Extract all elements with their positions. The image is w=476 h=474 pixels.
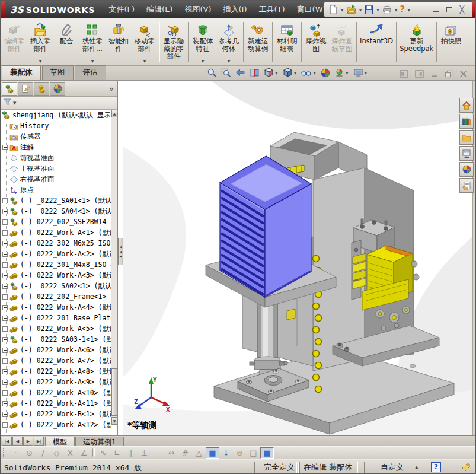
tree-item[interactable]: (-) 0222_302_M6x25_ISO [1,238,111,249]
tab-nav-icon[interactable]: ◀ [12,437,23,446]
tree-item[interactable]: 前视基准面 [1,152,111,163]
dropdown-icon[interactable]: ▼ [294,71,297,75]
tab-displaymanager[interactable] [50,82,65,96]
help-status-icon[interactable]: ? [431,462,441,472]
tree-item[interactable]: (-) 0222_002_SSE2BW14-3 [1,217,111,227]
tree-item[interactable]: (-) 0222_Work-A<10> (默 [1,387,111,398]
exploded-view-button[interactable]: 爆炸视 图 [303,20,329,64]
expand-toggle-icon[interactable] [2,145,8,150]
bill-of-materials-button[interactable]: 材料明 细表 [274,20,300,64]
sketch-tool-icon[interactable]: ⊥ [138,447,151,459]
sketch-tool-icon[interactable]: ↓ [219,447,233,459]
tree-item[interactable]: (-) 0222_Work-A<7> (默认 [1,355,111,366]
update-speedpak-button[interactable]: 更新 Speedpak [398,20,435,64]
sketch-tool-icon[interactable]: ◇ [50,447,63,459]
expand-toggle-icon[interactable] [2,422,8,428]
expand-toggle-icon[interactable] [2,294,8,300]
dropdown-icon[interactable]: ▼ [91,58,94,63]
sketch-tool-icon[interactable]: # [178,447,192,459]
expand-toggle-icon[interactable] [2,412,8,417]
design-library-icon[interactable] [459,114,474,129]
home-icon[interactable] [459,98,474,113]
take-snapshot-button[interactable]: 拍快照 [438,20,464,64]
tree-item[interactable]: 上视基准面 [1,163,111,174]
3d-model-canvas[interactable] [123,81,474,435]
sketch-tool-icon[interactable]: ∥ [124,447,138,459]
instant3d-button[interactable]: Instant3D [358,20,395,64]
tree-item[interactable]: (-) 0222_Work-A<8> (默认 [1,366,111,377]
custom-toolbar-label[interactable]: 自定义 [376,462,408,473]
expand-toggle-icon[interactable] [2,273,8,278]
tab-configurationmanager[interactable] [34,82,49,96]
scrollbar-thumb[interactable] [111,368,117,416]
sketch-tool-icon[interactable]: ∟ [110,447,124,459]
tag-icon[interactable] [461,463,471,474]
sketch-tool-icon[interactable]: ∠ [77,447,91,459]
tree-root[interactable]: shengjiang (默认<默认_显示 [1,110,111,120]
sketch-tool-icon[interactable] [92,448,95,457]
menu-item[interactable]: 视图(V) [179,2,216,17]
restore-doc-icon[interactable] [445,69,453,80]
edit-component-button[interactable]: 编辑零 部件 [1,20,27,64]
dropdown-icon[interactable]: ▼ [228,58,231,63]
tree-item[interactable]: (-) 0222_201_Base_Plate [1,313,111,323]
tab-nav-icon[interactable]: |◀ [2,437,12,446]
save-dropdown-icon[interactable]: ▼ [376,8,379,12]
tree-item[interactable]: (-) _0222_SA04<1> (默认 [1,206,111,217]
filter-icon[interactable] [3,97,12,109]
tree-item[interactable]: 原点 [1,184,111,195]
help-button[interactable]: ? [400,4,405,15]
view-settings-icon[interactable]: ▼ [353,68,368,78]
tree-item[interactable]: 注解 [1,142,111,152]
tree-item[interactable]: (-) 0222_Work-A<5> (默认 [1,323,111,334]
close-icon[interactable]: ╳ [460,7,464,12]
tab-featuremanager-design-tree[interactable] [2,82,17,96]
sketch-tool-icon[interactable]: ■ [206,447,219,459]
expand-toggle-icon[interactable] [2,209,8,214]
expand-toggle-icon[interactable] [2,358,8,364]
sketch-tool-icon[interactable]: ┄ [151,447,165,459]
display-style-icon[interactable]: ▼ [283,68,298,78]
tree-item[interactable]: (-) 0222_Work-A<9> (默认 [1,377,111,387]
tree-item[interactable]: (-) 0222_Work-B<1> (默认 [1,409,111,419]
expand-toggle-icon[interactable] [2,401,8,406]
tree-item[interactable]: 右视基准面 [1,174,111,184]
new-motion-study-button[interactable]: 新建运 动算例 [245,20,271,64]
tree-item[interactable]: (-) 0222_202_Frame<1> ( [1,291,111,302]
zoom-to-area-icon[interactable] [221,68,231,78]
dropdown-icon[interactable]: ▼ [202,58,205,63]
ribbon-tab[interactable]: 评估 [75,65,106,80]
menu-item[interactable]: 文件(F) [103,2,140,17]
expand-toggle-icon[interactable] [2,305,8,310]
save-button[interactable] [364,5,374,15]
tree-item[interactable]: (-) _0222_SA02<1> (默认 [1,281,111,291]
sketch-tool-icon[interactable]: X [63,447,77,459]
expand-toggle-icon[interactable] [2,380,8,385]
previous-view-icon[interactable] [235,68,245,78]
print-button[interactable] [382,5,392,15]
tree-scrollbar[interactable]: ▲ ▼ [111,110,117,425]
dropdown-icon[interactable]: ▼ [39,58,42,63]
ribbon-tab[interactable]: 装配体 [2,65,41,80]
expand-toggle-icon[interactable] [2,316,8,321]
insert-component-button[interactable]: 插入零 部件 ▼ [27,20,53,64]
expand-toggle-icon[interactable] [2,252,8,257]
view-orientation-icon[interactable]: ▼ [264,68,279,78]
dropdown-icon[interactable]: ▼ [313,71,316,75]
assembly-features-button[interactable]: 装配体 特征 ▼ [190,20,216,64]
minimize-icon[interactable] [433,7,439,12]
dropdown-icon[interactable]: ▼ [275,71,278,75]
expand-toggle-icon[interactable] [2,219,8,225]
custom-dropdown-icon[interactable]: ▲ [415,465,418,470]
expand-toggle-icon[interactable] [2,198,8,203]
hide-show-items-icon[interactable]: ▼ [301,68,317,78]
new-dropdown-icon[interactable]: ▼ [341,8,344,12]
file-explorer-icon[interactable] [459,130,474,145]
menu-item[interactable]: 工具(T) [253,2,290,17]
linear-component-pattern-button[interactable]: 线性零 部件... ▼ [79,20,106,64]
tree-item[interactable]: 传感器 [1,131,111,142]
view-palette-icon[interactable] [459,146,474,161]
graphics-viewport[interactable]: Y X Z *等轴测 [118,81,475,435]
help-dropdown-icon[interactable]: ▼ [407,8,410,12]
sketch-tool-icon[interactable]: ⊚ [233,447,247,459]
